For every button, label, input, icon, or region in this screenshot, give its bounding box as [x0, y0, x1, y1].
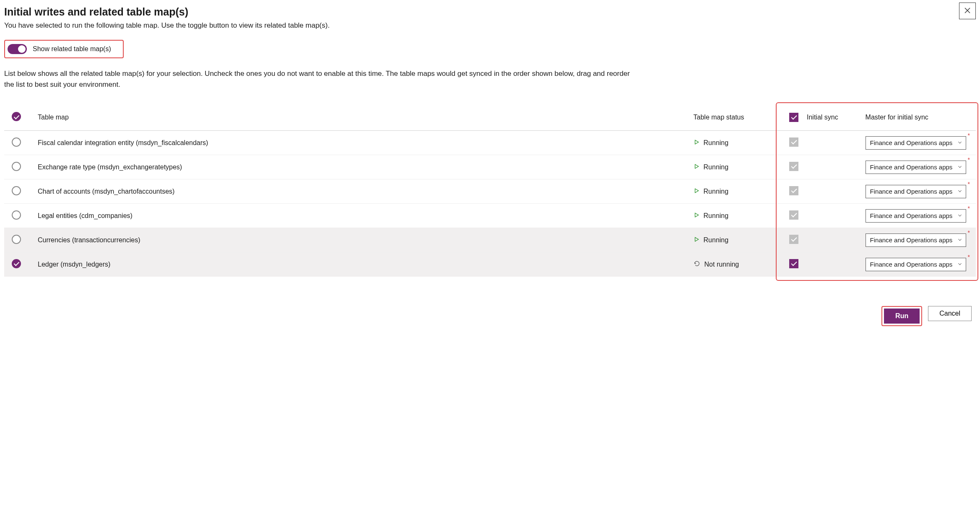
initial-writes-dialog: Initial writes and related table map(s) …	[0, 0, 980, 334]
row-initial-sync-checkbox[interactable]	[789, 259, 798, 268]
initial-sync-header-label: Initial sync	[807, 114, 838, 121]
row-status-text: Not running	[704, 261, 739, 268]
row-select-radio[interactable]	[12, 235, 21, 244]
chevron-down-icon	[957, 212, 962, 219]
play-icon	[694, 236, 699, 244]
table-header-row: Table map Table map status Initial sync …	[4, 105, 976, 131]
play-icon	[694, 188, 699, 195]
row-status-cell: Running	[694, 163, 782, 171]
close-button[interactable]	[959, 3, 976, 19]
row-master-value: Finance and Operations apps	[870, 163, 953, 171]
chevron-down-icon	[957, 261, 962, 268]
row-name: Exchange rate type (msdyn_exchangeratety…	[38, 155, 694, 179]
row-initial-sync-checkbox	[789, 137, 798, 147]
row-status-text: Running	[704, 212, 729, 220]
row-master-value: Finance and Operations apps	[870, 261, 953, 268]
chevron-down-icon	[957, 163, 962, 171]
row-master-select[interactable]: Finance and Operations apps	[866, 185, 966, 198]
table-row[interactable]: Exchange rate type (msdyn_exchangeratety…	[4, 155, 976, 179]
table-row[interactable]: Currencies (transactioncurrencies) Runni…	[4, 228, 976, 252]
row-master-value: Finance and Operations apps	[870, 236, 953, 244]
row-status-text: Running	[704, 163, 729, 171]
row-master-select[interactable]: Finance and Operations apps	[866, 161, 966, 174]
show-related-toggle-group: Show related table map(s)	[4, 40, 124, 58]
row-status-text: Running	[704, 236, 729, 244]
row-master-value: Finance and Operations apps	[870, 139, 953, 146]
table-wrap: Table map Table map status Initial sync …	[4, 105, 976, 277]
required-asterisk: *	[968, 254, 970, 260]
play-icon	[694, 139, 699, 147]
show-related-toggle[interactable]	[8, 44, 27, 54]
required-asterisk: *	[968, 132, 970, 139]
row-name: Legal entities (cdm_companies)	[38, 204, 694, 228]
row-initial-sync-checkbox	[789, 210, 798, 220]
table-row[interactable]: Ledger (msdyn_ledgers) Not running Finan…	[4, 252, 976, 277]
play-icon	[694, 163, 699, 171]
row-master-select[interactable]: Finance and Operations apps	[866, 136, 966, 150]
row-initial-sync-checkbox	[789, 186, 798, 195]
chevron-down-icon	[957, 236, 962, 244]
toggle-knob	[18, 45, 26, 53]
row-initial-sync-checkbox	[789, 162, 798, 171]
table-row[interactable]: Chart of accounts (msdyn_chartofaccounts…	[4, 179, 976, 204]
chevron-down-icon	[957, 188, 962, 195]
row-master-select[interactable]: Finance and Operations apps	[866, 209, 966, 223]
required-asterisk: *	[968, 181, 970, 187]
required-asterisk: *	[968, 229, 970, 236]
row-status-cell: Running	[694, 188, 782, 195]
row-status-cell: Running	[694, 236, 782, 244]
col-header-master[interactable]: Master for initial sync	[866, 105, 976, 131]
row-select-radio[interactable]	[12, 259, 21, 268]
close-icon	[964, 7, 971, 16]
row-name: Currencies (transactioncurrencies)	[38, 228, 694, 252]
dialog-title: Initial writes and related table map(s)	[4, 6, 976, 18]
row-status-cell: Running	[694, 212, 782, 220]
initial-sync-header-checkbox[interactable]	[789, 113, 798, 122]
row-master-select[interactable]: Finance and Operations apps	[866, 233, 966, 247]
row-select-radio[interactable]	[12, 210, 21, 220]
row-name: Chart of accounts (msdyn_chartofaccounts…	[38, 179, 694, 204]
row-status-text: Running	[704, 139, 729, 147]
row-name: Fiscal calendar integration entity (msdy…	[38, 131, 694, 155]
row-master-value: Finance and Operations apps	[870, 188, 953, 195]
table-maps-table: Table map Table map status Initial sync …	[4, 105, 976, 277]
dialog-description: List below shows all the related table m…	[4, 68, 633, 91]
required-asterisk: *	[968, 156, 970, 163]
select-all-radio[interactable]	[12, 112, 21, 121]
row-status-text: Running	[704, 188, 729, 195]
row-status-cell: Running	[694, 139, 782, 147]
required-asterisk: *	[968, 205, 970, 212]
row-name: Ledger (msdyn_ledgers)	[38, 252, 694, 277]
row-initial-sync-checkbox	[789, 235, 798, 244]
row-select-radio[interactable]	[12, 186, 21, 195]
col-header-status[interactable]: Table map status	[694, 105, 782, 131]
refresh-icon	[694, 260, 700, 269]
table-row[interactable]: Fiscal calendar integration entity (msdy…	[4, 131, 976, 155]
dialog-subtitle: You have selected to run the following t…	[4, 21, 976, 30]
dialog-footer: Run Cancel	[4, 306, 976, 326]
col-header-table-map[interactable]: Table map	[38, 105, 694, 131]
row-master-value: Finance and Operations apps	[870, 212, 953, 219]
col-header-initial-sync[interactable]: Initial sync	[782, 105, 866, 131]
play-icon	[694, 212, 699, 220]
row-master-select[interactable]: Finance and Operations apps	[866, 258, 966, 271]
run-button-highlight-annotation: Run	[881, 306, 922, 326]
table-row[interactable]: Legal entities (cdm_companies) Running F…	[4, 204, 976, 228]
run-button[interactable]: Run	[884, 309, 920, 324]
cancel-button[interactable]: Cancel	[928, 306, 972, 321]
toggle-label: Show related table map(s)	[33, 45, 111, 53]
row-status-cell: Not running	[694, 260, 782, 269]
chevron-down-icon	[957, 139, 962, 146]
row-select-radio[interactable]	[12, 137, 21, 147]
row-select-radio[interactable]	[12, 162, 21, 171]
